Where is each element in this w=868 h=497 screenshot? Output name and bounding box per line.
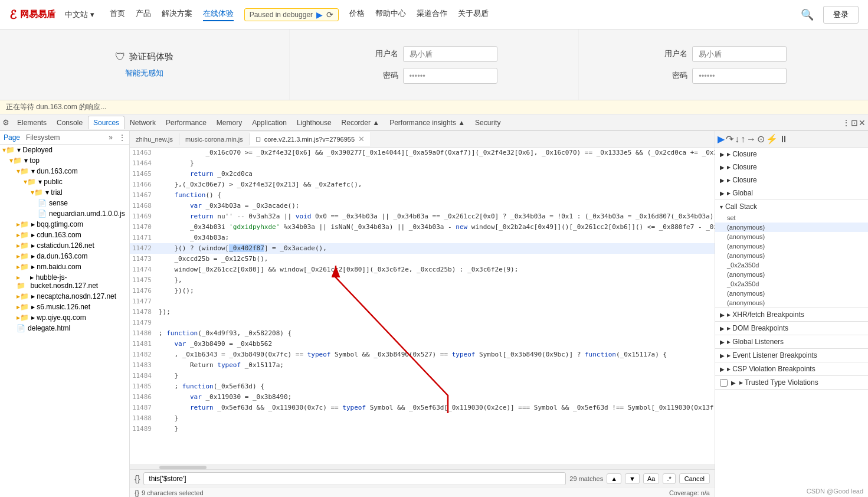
pause-btn-2[interactable]: ⏸ [779, 134, 788, 145]
list-item[interactable]: ▾📁 ▾ Deployed [0, 145, 129, 155]
nav-help[interactable]: 帮助中心 [375, 8, 406, 21]
code-search-input[interactable] [143, 472, 566, 485]
closure-item-2[interactable]: ▶ ▸ Closure [715, 174, 868, 187]
next-match-btn[interactable]: ▼ [625, 473, 640, 484]
list-item[interactable]: ▾📁 ▾ top [0, 155, 129, 166]
panel-tab-filesystem[interactable]: Filesystem [26, 133, 60, 142]
global-listeners-header[interactable]: ▶ ▸ Global Listeners [715, 335, 868, 348]
nav-product[interactable]: 产品 [136, 8, 151, 21]
nav-price[interactable]: 价格 [349, 8, 365, 21]
dom-breakpoints-header[interactable]: ▶ ▸ DOM Breakpoints [715, 322, 868, 335]
call-stack-item[interactable]: (anonymous) [715, 223, 868, 232]
nav-channel[interactable]: 渠道合作 [417, 8, 447, 21]
code-tab-2[interactable]: ◻ core.v2.21.3.min.js?v=2796955 ✕ [250, 132, 371, 146]
nav-solution[interactable]: 解决方案 [162, 8, 192, 21]
line-content: } [156, 424, 715, 434]
devtools-more-btn[interactable]: ⋮ [842, 118, 850, 127]
call-stack-label: Call Stack [725, 202, 757, 211]
tab-recorder[interactable]: Recorder ▲ [337, 116, 385, 129]
step-btn[interactable]: ⟳ [326, 10, 333, 19]
list-item[interactable]: 📄 sense [0, 198, 129, 208]
tab-perf-insights[interactable]: Performance insights ▲ [385, 116, 470, 129]
list-item[interactable]: ▸📁 ▸ s6.music.126.net [0, 302, 129, 312]
panel-more-icon[interactable]: ⋮ [119, 133, 126, 142]
tab-elements[interactable]: Elements [12, 116, 51, 129]
username-input-2[interactable] [692, 46, 787, 62]
call-stack-item[interactable]: (anonymous) [715, 298, 868, 308]
list-item[interactable]: ▸📁 ▸ bqq.gtimg.com [0, 219, 129, 230]
code-line: 11470 _0x34b03i 'gdxidpyhxde' %x34b03a |… [130, 222, 715, 233]
tab-sources[interactable]: Sources [88, 116, 125, 129]
call-stack-item[interactable]: (anonymous) [715, 241, 868, 251]
resume-debugger-btn[interactable]: ▶ [718, 133, 725, 145]
cancel-search-btn[interactable]: Cancel [679, 473, 710, 484]
nav-experience[interactable]: 在线体验 [203, 8, 234, 21]
regex-btn[interactable]: .* [663, 473, 675, 484]
match-case-btn[interactable]: Aa [643, 473, 659, 484]
password-input[interactable] [403, 68, 497, 84]
devtools-close-btn[interactable]: ✕ [859, 118, 866, 127]
call-stack-item[interactable]: (anonymous) [715, 289, 868, 298]
tab-application[interactable]: Application [247, 116, 291, 129]
scrollbar-thumb[interactable] [159, 466, 207, 469]
list-item[interactable]: ▾📁 ▾ trial [0, 187, 129, 198]
list-item[interactable]: 📄 neguardian.umd.1.0.0.js [0, 208, 129, 219]
call-stack-item[interactable]: _0x2a350d [715, 279, 868, 289]
code-content[interactable]: 11463 _0x16c070 >= _0x2f4e32[0x6] && _0x… [130, 148, 715, 465]
csp-header[interactable]: ▶ ▸ CSP Violation Breakpoints [715, 362, 868, 375]
call-stack-item[interactable]: (anonymous) [715, 270, 868, 279]
password-input-2[interactable] [692, 68, 787, 84]
list-item[interactable]: ▸📁 ▸ cstaticdun.126.net [0, 240, 129, 251]
list-item[interactable]: ▸📁 ▸ necaptcha.nosdn.127.net [0, 291, 129, 302]
nav-about[interactable]: 关于易盾 [458, 8, 489, 21]
list-item[interactable]: ▸📁 ▸ da.dun.163.com [0, 251, 129, 261]
list-item[interactable]: ▾📁 ▾ public [0, 176, 129, 187]
prev-match-btn[interactable]: ▲ [607, 473, 621, 484]
code-tab-1[interactable]: music-corona.min.js [179, 133, 250, 145]
deactivate-breakpoints-btn[interactable]: ⊙ [757, 133, 765, 145]
trusted-types-header[interactable]: ▶ ▸ Trusted Type Violations [715, 376, 868, 389]
step-out-btn[interactable]: ↑ [741, 134, 745, 145]
xhr-breakpoints-header[interactable]: ▶ ▸ XHR/fetch Breakpoints [715, 308, 868, 321]
login-form-right: 用户名 密码 [579, 30, 868, 100]
step-into-btn[interactable]: ↓ [735, 134, 739, 145]
list-item[interactable]: ▸📁 ▸ cdun.163.com [0, 230, 129, 240]
list-item[interactable]: 📄 delegate.html [0, 323, 129, 333]
call-stack-item[interactable]: (anonymous) [715, 232, 868, 241]
event-listener-header[interactable]: ▶ ▸ Event Listener Breakpoints [715, 349, 868, 362]
closure-item-3[interactable]: ▶ ▸ Global [715, 187, 868, 200]
trusted-types-checkbox[interactable] [720, 379, 728, 387]
panel-expand-icon[interactable]: » [109, 133, 113, 142]
code-scrollbar-h[interactable] [130, 465, 715, 469]
lang-selector[interactable]: 中文站 ▾ [65, 9, 94, 20]
step-btn-2[interactable]: → [746, 134, 756, 145]
closure-item-1[interactable]: ▶ ▸ Closure [715, 161, 868, 174]
tab-security[interactable]: Security [470, 116, 505, 129]
code-tab-close[interactable]: ✕ [358, 135, 365, 143]
list-item[interactable]: ▾📁 ▾ dun.163.com [0, 166, 129, 176]
search-nav-btn[interactable]: 🔍 [801, 8, 814, 21]
username-row: 用户名 [371, 46, 497, 62]
resume-btn[interactable]: ▶ [316, 10, 323, 19]
step-over-btn[interactable]: ↷ [726, 133, 733, 145]
tab-memory[interactable]: Memory [212, 116, 247, 129]
list-item[interactable]: ▸📁 ▸ wp.qiye.qq.com [0, 312, 129, 323]
list-item[interactable]: ▸📁 ▸ hubble-js-bucket.nosdn.127.net [0, 272, 129, 291]
list-item[interactable]: ▸📁 ▸ nm.baidu.com [0, 261, 129, 272]
tab-performance[interactable]: Performance [161, 116, 211, 129]
call-stack-header[interactable]: ▾ Call Stack [715, 200, 868, 213]
call-stack-item[interactable]: (anonymous) [715, 251, 868, 260]
username-input[interactable] [403, 46, 497, 62]
tab-network[interactable]: Network [125, 116, 161, 129]
call-stack-item[interactable]: set [715, 213, 868, 223]
pause-exceptions-btn[interactable]: ⚡ [766, 133, 778, 145]
tab-lighthouse[interactable]: Lighthouse [292, 116, 336, 129]
panel-tab-page[interactable]: Page [4, 133, 20, 142]
closure-item-0[interactable]: ▶ ▸ Closure [715, 148, 868, 161]
tab-console[interactable]: Console [52, 116, 87, 129]
call-stack-item[interactable]: _0x2a350d [715, 260, 868, 270]
nav-home[interactable]: 首页 [110, 8, 125, 21]
login-btn[interactable]: 登录 [823, 6, 859, 24]
code-tab-0[interactable]: zhihu_new.js [130, 133, 179, 145]
devtools-undock-btn[interactable]: ⊡ [851, 118, 858, 127]
